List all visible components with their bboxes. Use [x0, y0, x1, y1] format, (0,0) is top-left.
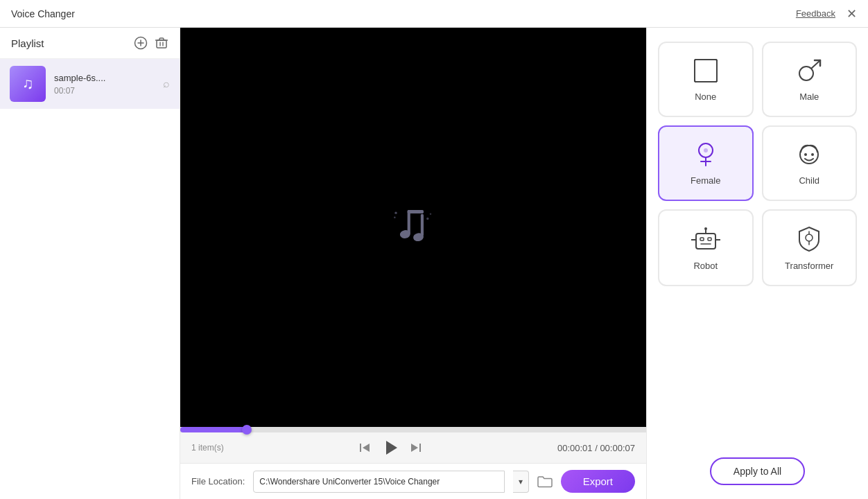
svg-point-39 [804, 153, 807, 156]
main-layout: Playlist [0, 28, 868, 499]
location-dropdown-button[interactable]: ▾ [513, 471, 529, 493]
playlist-item-search-icon[interactable]: ⌕ [163, 78, 170, 90]
apply-all-button[interactable]: Apply to All [710, 457, 805, 485]
svg-point-10 [430, 213, 432, 216]
apply-all-section: Apply to All [658, 457, 857, 485]
video-panel [180, 28, 646, 427]
svg-rect-21 [695, 60, 717, 82]
svg-line-31 [811, 61, 819, 69]
playlist-item[interactable]: ♫ sample-6s.... 00:07 ⌕ [0, 59, 180, 109]
svg-point-7 [394, 212, 397, 214]
play-button[interactable] [381, 438, 400, 457]
items-count: 1 item(s) [191, 443, 224, 453]
time-display: 00:00:01 / 00:00:07 [557, 443, 635, 453]
svg-rect-13 [408, 210, 424, 213]
svg-marker-16 [360, 444, 361, 452]
playlist-header: Playlist [0, 28, 180, 59]
voice-option-child[interactable]: Child [762, 125, 858, 201]
previous-button[interactable] [358, 441, 371, 454]
title-actions: Feedback ✕ [796, 8, 857, 20]
svg-rect-41 [696, 234, 715, 249]
playlist-info: sample-6s.... 00:07 [54, 73, 155, 96]
voice-option-none[interactable]: None [658, 42, 754, 117]
svg-rect-11 [408, 210, 410, 234]
playlist-actions [134, 36, 168, 50]
voice-option-male[interactable]: Male [762, 42, 858, 117]
child-icon [795, 141, 823, 168]
playback-buttons [358, 438, 422, 457]
svg-marker-18 [386, 441, 397, 455]
playlist-item-duration: 00:07 [54, 86, 155, 96]
content-area: 1 item(s) [180, 28, 646, 499]
playlist-thumbnail: ♫ [10, 66, 46, 102]
voice-options-grid: None Male [658, 42, 857, 445]
voice-option-robot[interactable]: Robot [658, 209, 754, 286]
robot-label: Robot [693, 261, 718, 271]
file-location-label: File Location: [191, 476, 245, 487]
title-bar: Voice Changer Feedback ✕ [0, 0, 868, 28]
export-button[interactable]: Export [561, 470, 635, 493]
feedback-link[interactable]: Feedback [796, 8, 835, 19]
svg-point-49 [806, 234, 813, 241]
close-button[interactable]: ✕ [847, 8, 857, 20]
svg-rect-3 [157, 40, 166, 48]
svg-point-9 [426, 218, 428, 220]
svg-point-8 [394, 217, 396, 219]
progress-bar[interactable] [180, 427, 646, 432]
music-icon: ♫ [22, 75, 34, 93]
female-icon [692, 141, 720, 168]
svg-rect-12 [421, 214, 424, 236]
svg-marker-17 [363, 444, 370, 452]
none-icon [692, 57, 720, 85]
controls-row: 1 item(s) [180, 432, 646, 463]
male-icon [795, 57, 823, 85]
bottom-bar: File Location: ▾ Export [180, 463, 646, 499]
robot-icon [691, 225, 720, 254]
music-note-icon [379, 200, 448, 255]
male-label: Male [799, 91, 819, 102]
playlist-item-name: sample-6s.... [54, 73, 155, 83]
progress-thumb[interactable] [242, 425, 252, 435]
open-folder-button[interactable] [537, 475, 553, 488]
sidebar: Playlist [0, 28, 180, 499]
transformer-icon [795, 225, 824, 254]
add-item-button[interactable] [134, 36, 148, 50]
file-location-input[interactable] [253, 471, 504, 493]
transformer-label: Transformer [785, 261, 833, 271]
svg-point-40 [811, 153, 814, 156]
playlist-title: Playlist [11, 37, 44, 49]
app-title: Voice Changer [11, 8, 75, 19]
svg-point-46 [704, 227, 707, 230]
svg-point-37 [704, 148, 708, 152]
right-panel: None Male [646, 28, 868, 499]
next-button[interactable] [410, 441, 422, 454]
svg-marker-20 [411, 444, 418, 452]
none-label: None [695, 91, 716, 102]
svg-rect-42 [700, 238, 704, 240]
female-label: Female [691, 175, 720, 186]
svg-marker-19 [419, 444, 421, 452]
child-label: Child [799, 175, 819, 186]
progress-fill [180, 427, 247, 432]
delete-item-button[interactable] [155, 36, 168, 50]
voice-option-transformer[interactable]: Transformer [762, 209, 858, 286]
voice-option-female[interactable]: Female [658, 125, 754, 201]
svg-rect-43 [708, 238, 711, 240]
